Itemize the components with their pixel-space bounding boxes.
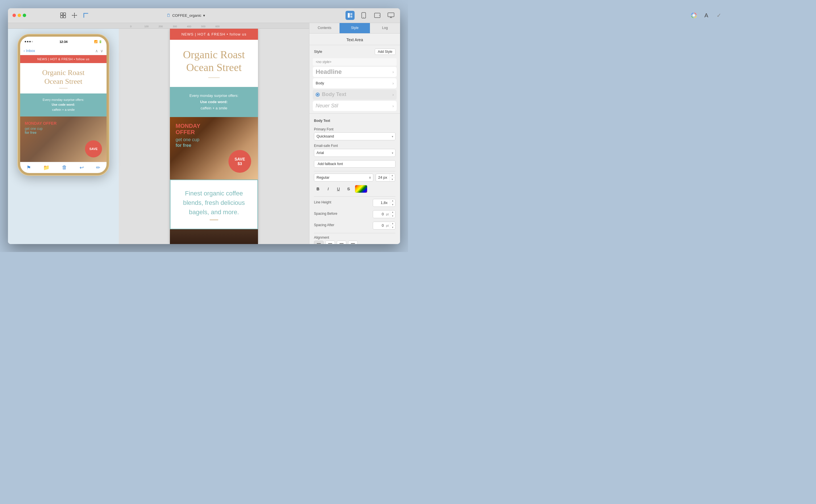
alignment-label: Alignment bbox=[314, 236, 395, 239]
spacing-before-down[interactable]: ▼ bbox=[390, 214, 395, 218]
color-picker[interactable] bbox=[355, 185, 367, 193]
tab-contents[interactable]: Contents bbox=[309, 23, 340, 33]
spacing-before-row: Spacing Before 0 pt ▲ ▼ bbox=[314, 210, 395, 218]
canvas-area: 0 100 200 300 400 500 600 bbox=[8, 23, 309, 244]
font-size-control: 24 px ▲ ▼ bbox=[376, 174, 395, 182]
add-fallback-font-button[interactable]: Add fallback font bbox=[314, 160, 395, 168]
spacing-after-down[interactable]: ▼ bbox=[390, 226, 395, 230]
svg-point-14 bbox=[379, 15, 380, 16]
panel-section-title: Text Area bbox=[309, 34, 400, 45]
italic-button[interactable]: I bbox=[324, 185, 332, 193]
phone-back-button[interactable]: ‹ Inbox bbox=[24, 49, 35, 53]
ruler-mark-600: 600 bbox=[215, 25, 230, 28]
style-item-neuer-stil[interactable]: Neuer Stil › bbox=[313, 101, 397, 111]
underline-button[interactable]: U bbox=[334, 185, 342, 193]
align-justify-button[interactable] bbox=[348, 241, 358, 244]
primary-font-row: Primary Font Quicksand ▾ bbox=[314, 127, 395, 140]
move-tool-icon[interactable] bbox=[71, 12, 78, 19]
corner-tool-icon[interactable] bbox=[82, 12, 89, 19]
phone-trash-icon[interactable]: 🗑 bbox=[62, 164, 67, 171]
panel-desktop-icon[interactable] bbox=[386, 11, 395, 20]
phone-title-text: Organic Roast Ocean Street bbox=[23, 68, 104, 86]
email-offer-sub: get one cup bbox=[176, 137, 200, 143]
email-safe-font-select-wrapper: Arial ▾ bbox=[314, 149, 395, 157]
minimize-button[interactable] bbox=[18, 14, 21, 17]
panel-layout-icon[interactable] bbox=[345, 11, 355, 20]
font-style-select[interactable]: Regular Bold Italic bbox=[314, 174, 373, 182]
svg-rect-0 bbox=[61, 13, 63, 15]
body-text-section-label: Body Text bbox=[309, 116, 400, 124]
ruler-mark-400: 400 bbox=[187, 25, 201, 28]
spacing-before-up[interactable]: ▲ bbox=[390, 210, 395, 214]
app-window: 🗒 COFFEE_organic ▾ A ✓ bbox=[8, 8, 400, 244]
style-item-body-text[interactable]: Body Text › bbox=[313, 89, 397, 100]
email-offer-section[interactable]: MONDAY OFFER get one cup for free SAVE $… bbox=[170, 117, 258, 180]
email-teal-section: Every monday surprise offers: Use code w… bbox=[170, 87, 258, 117]
phone-folder-icon[interactable]: 📁 bbox=[43, 164, 49, 171]
align-right-button[interactable] bbox=[337, 241, 346, 244]
phone-compose-icon[interactable]: ✏ bbox=[96, 164, 100, 171]
align-center-button[interactable] bbox=[325, 241, 335, 244]
phone-teal-line1: Every monday surprise offers: bbox=[25, 97, 102, 103]
panel-tablet-icon[interactable] bbox=[373, 11, 382, 20]
titlebar-center: 🗒 COFFEE_organic ▾ bbox=[166, 13, 205, 18]
email-safe-font-row: Email-safe Font Arial ▾ bbox=[314, 144, 395, 157]
maximize-button[interactable] bbox=[23, 14, 26, 17]
style-label: Style bbox=[314, 49, 322, 54]
separator-4 bbox=[314, 233, 395, 233]
email-offer-title: MONDAY OFFER bbox=[176, 123, 200, 135]
style-item-body[interactable]: Body › bbox=[313, 78, 397, 88]
tab-style[interactable]: Style bbox=[340, 23, 370, 33]
phone-bottom-bar: ⚑ 📁 🗑 ↩ ✏ bbox=[20, 162, 107, 173]
settings-section: Primary Font Quicksand ▾ Email-safe Font bbox=[309, 124, 400, 244]
font-size-input: 24 px ▲ ▼ bbox=[376, 174, 395, 182]
phone-reply-icon[interactable]: ↩ bbox=[80, 164, 84, 171]
bold-button[interactable]: B bbox=[314, 185, 322, 193]
strikethrough-button[interactable]: S bbox=[345, 185, 353, 193]
primary-font-select[interactable]: Quicksand bbox=[314, 132, 395, 140]
align-left-button[interactable] bbox=[314, 241, 324, 244]
style-list: <no style> Headline › Body › bbox=[309, 58, 400, 111]
window-title-arrow[interactable]: ▾ bbox=[203, 13, 205, 18]
line-height-up[interactable]: ▲ bbox=[390, 199, 395, 203]
no-style-item[interactable]: <no style> bbox=[313, 58, 397, 66]
phone-offer-sub: get one cup bbox=[25, 127, 102, 131]
panel-phone-icon[interactable] bbox=[359, 11, 368, 20]
layout-tool-icon[interactable] bbox=[60, 12, 66, 19]
canvas-scroll[interactable]: 12:34 📶 🔋 ‹ Inbox bbox=[8, 29, 309, 244]
add-style-button[interactable]: Add Style bbox=[375, 49, 395, 55]
ruler-mark-500: 500 bbox=[201, 25, 215, 28]
phone-mockup: 12:34 📶 🔋 ‹ Inbox bbox=[18, 34, 109, 175]
style-item-neuer-stil-row[interactable]: Neuer Stil › bbox=[313, 101, 397, 111]
close-button[interactable] bbox=[13, 14, 16, 17]
separator-2 bbox=[314, 171, 395, 171]
spacing-after-value: 0 bbox=[373, 223, 386, 228]
line-height-down[interactable]: ▼ bbox=[390, 203, 395, 207]
style-item-body-row[interactable]: Body › bbox=[313, 78, 397, 88]
phone-next-icon[interactable]: ∨ bbox=[100, 49, 103, 53]
style-item-body-chevron: › bbox=[392, 81, 394, 86]
line-height-input: 1,8x ▲ ▼ bbox=[373, 199, 395, 207]
font-size-up[interactable]: ▲ bbox=[390, 174, 395, 178]
style-item-headline-row[interactable]: Headline › bbox=[313, 67, 397, 77]
phone-flag-icon[interactable]: ⚑ bbox=[26, 164, 31, 171]
tab-log[interactable]: Log bbox=[370, 23, 400, 33]
ruler-mark-300: 300 bbox=[173, 25, 187, 28]
font-size-down[interactable]: ▼ bbox=[390, 178, 395, 182]
spacing-after-up[interactable]: ▲ bbox=[390, 222, 395, 226]
ruler-mark-200: 200 bbox=[159, 25, 173, 28]
svg-point-12 bbox=[363, 17, 364, 18]
phone-status-bar: 12:34 📶 🔋 bbox=[20, 37, 107, 47]
email-text-section[interactable]: Finest organic coffee blends, fresh deli… bbox=[170, 180, 258, 229]
traffic-lights bbox=[13, 14, 26, 17]
style-item-body-text-row[interactable]: Body Text › bbox=[313, 89, 397, 100]
email-safe-font-select[interactable]: Arial bbox=[314, 149, 395, 157]
style-item-headline[interactable]: Headline › bbox=[313, 67, 397, 77]
email-teal-line1: Every monday surprise offers: bbox=[177, 93, 251, 99]
phone-prev-icon[interactable]: ∧ bbox=[95, 49, 98, 53]
primary-font-select-wrapper: Quicksand ▾ bbox=[314, 132, 395, 140]
alignment-row: Alignment bbox=[314, 236, 395, 244]
spacing-before-arrows: ▲ ▼ bbox=[390, 210, 395, 218]
phone-email-content: NEWS | HOT & FRESH • follow us Organic R… bbox=[20, 55, 107, 162]
email-title-section[interactable]: Organic Roast Ocean Street bbox=[170, 40, 258, 87]
